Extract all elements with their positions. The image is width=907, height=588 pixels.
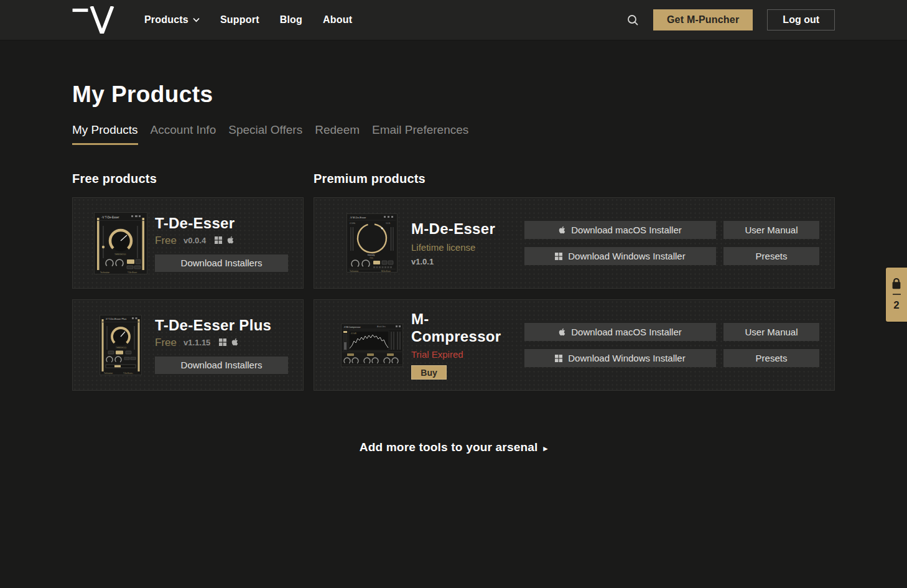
nav-menu: Products Support Blog About <box>144 14 352 26</box>
product-name: T-De-Esser Plus <box>155 317 288 334</box>
add-more-tools-link[interactable]: Add more tools to your arsenal▸ <box>72 441 835 454</box>
right-arrow-icon: ▸ <box>544 444 548 453</box>
page-title: My Products <box>72 82 835 108</box>
product-name: M-De-Esser <box>411 220 518 238</box>
search-icon[interactable] <box>627 14 639 26</box>
product-card-t-de-esser: -V T-De-Esser THRESHOLD <box>72 197 304 289</box>
svg-text:10.2k: 10.2k <box>386 222 391 225</box>
cart-widget[interactable]: 2 <box>886 268 907 322</box>
windows-icon <box>219 337 226 348</box>
license-label: Free <box>155 235 177 247</box>
add-more-tools-label: Add more tools to your arsenal <box>360 441 538 454</box>
svg-text:4.3 dB: 4.3 dB <box>351 332 356 335</box>
product-name: T-De-Esser <box>155 215 288 232</box>
presets-button[interactable]: Presets <box>723 349 819 367</box>
buy-button[interactable]: Buy <box>411 365 447 380</box>
svg-text:T-De-Esser: T-De-Esser <box>128 271 137 274</box>
apple-icon <box>559 226 565 234</box>
svg-text:Intensity: Intensity <box>368 254 375 256</box>
download-installers-button[interactable]: Download Installers <box>155 357 288 374</box>
tab-redeem[interactable]: Redeem <box>315 123 360 145</box>
button-label: Download macOS Installer <box>571 327 682 337</box>
logo-icon <box>72 6 116 34</box>
user-manual-button[interactable]: User Manual <box>723 323 819 341</box>
product-image-t-de-esser-plus: -V T-De-Esser Plus THRESHOLD <box>94 315 147 375</box>
product-card-m-de-esser: -V M-De-Esser 4.1kHz 10.2k Intensity 75% <box>314 197 835 289</box>
tab-account-info[interactable]: Account Info <box>151 123 216 145</box>
windows-icon <box>215 235 222 246</box>
svg-text:T-De-Esser+: T-De-Esser+ <box>123 372 133 375</box>
button-label: Download Windows Installer <box>568 251 685 261</box>
svg-text:Techivation: Techivation <box>100 271 109 274</box>
button-label: Download macOS Installer <box>571 225 682 235</box>
svg-text:-V T-De-Esser Plus: -V T-De-Esser Plus <box>105 317 126 320</box>
version-label: v1.1.15 <box>184 338 210 347</box>
svg-text:-V T-De-Esser: -V T-De-Esser <box>101 215 119 218</box>
svg-text:4.1kHz: 4.1kHz <box>350 222 356 225</box>
get-m-puncher-button[interactable]: Get M-Puncher <box>653 9 753 30</box>
nav-item-about[interactable]: About <box>323 14 352 26</box>
apple-icon <box>231 337 238 348</box>
svg-text:THRESHOLD: THRESHOLD <box>114 253 126 256</box>
download-macos-installer-button[interactable]: Download macOS Installer <box>524 323 716 341</box>
logout-button[interactable]: Log out <box>767 9 835 30</box>
chevron-down-icon <box>193 17 200 22</box>
trial-expired-label: Trial Expired <box>411 349 518 360</box>
presets-button[interactable]: Presets <box>723 247 819 265</box>
nav-item-support[interactable]: Support <box>220 14 259 26</box>
product-image-m-compressor: -V M-Compressor Attack 4ms 4.3 dB <box>341 324 403 367</box>
product-image-m-de-esser: -V M-De-Esser 4.1kHz 10.2k Intensity 75% <box>341 213 403 273</box>
svg-text:-V M-De-Esser: -V M-De-Esser <box>350 216 366 219</box>
version-label: v0.0.4 <box>184 236 206 245</box>
main-content: My Products My Products Account Info Spe… <box>72 82 835 454</box>
download-windows-installer-button[interactable]: Download Windows Installer <box>524 247 716 265</box>
tab-my-products[interactable]: My Products <box>72 123 138 145</box>
top-nav: Products Support Blog About Get M-Punche… <box>0 0 907 40</box>
svg-text:Techivation: Techivation <box>350 270 358 273</box>
product-image-t-de-esser: -V T-De-Esser THRESHOLD <box>94 212 147 274</box>
svg-text:-V M-Compressor: -V M-Compressor <box>343 325 361 328</box>
version-label: v1.0.1 <box>411 257 518 266</box>
tab-special-offers[interactable]: Special Offers <box>228 123 302 145</box>
premium-products-section: Premium products -V M-De-Esser 4.1kHz 10… <box>314 172 835 391</box>
svg-text:M-De-Esser: M-De-Esser <box>381 270 391 273</box>
product-card-t-de-esser-plus: -V T-De-Esser Plus THRESHOLD <box>72 299 304 391</box>
account-tabs: My Products Account Info Special Offers … <box>72 123 835 145</box>
free-products-heading: Free products <box>72 172 304 186</box>
nav-item-label: Products <box>144 14 188 26</box>
product-card-m-compressor: -V M-Compressor Attack 4ms 4.3 dB <box>314 299 835 391</box>
techivation-logo[interactable] <box>72 6 116 34</box>
button-label: Download Windows Installer <box>568 353 685 363</box>
svg-text:Techivation: Techivation <box>104 372 113 375</box>
cart-divider <box>893 294 901 295</box>
apple-icon <box>559 328 565 336</box>
download-installers-button[interactable]: Download Installers <box>155 254 288 272</box>
windows-icon <box>555 253 562 260</box>
nav-item-products[interactable]: Products <box>144 14 200 26</box>
free-products-section: Free products -V T-De-Esser <box>72 172 304 391</box>
license-label: Lifetime license <box>411 242 518 253</box>
product-name: M-Compressor <box>411 310 518 345</box>
user-manual-button[interactable]: User Manual <box>723 221 819 239</box>
svg-text:THRESHOLD: THRESHOLD <box>116 347 126 349</box>
windows-icon <box>555 355 562 362</box>
shopping-bag-icon <box>891 278 902 289</box>
apple-icon <box>227 235 234 246</box>
svg-text:Attack 4ms: Attack 4ms <box>377 325 386 328</box>
tab-email-preferences[interactable]: Email Preferences <box>372 123 468 145</box>
svg-text:75%: 75% <box>370 257 373 259</box>
nav-item-blog[interactable]: Blog <box>280 14 302 26</box>
download-macos-installer-button[interactable]: Download macOS Installer <box>524 221 716 239</box>
premium-products-heading: Premium products <box>314 172 835 186</box>
download-windows-installer-button[interactable]: Download Windows Installer <box>524 349 716 367</box>
cart-count: 2 <box>893 299 899 312</box>
license-label: Free <box>155 337 177 349</box>
